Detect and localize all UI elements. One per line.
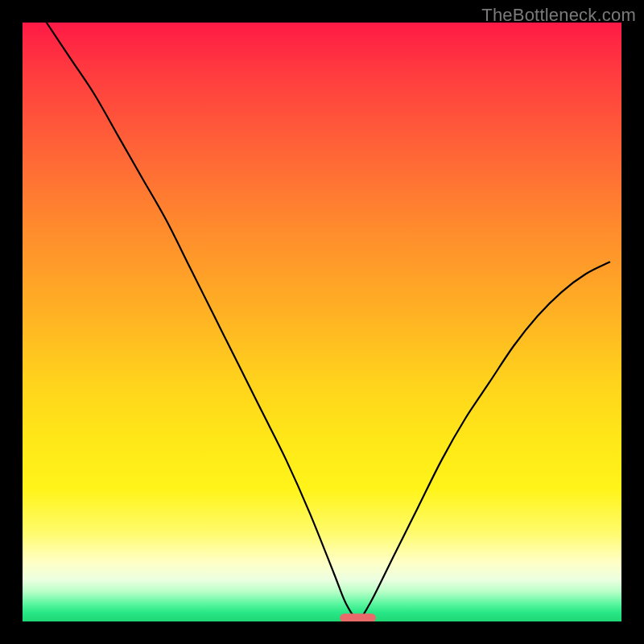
curve-line (47, 23, 609, 618)
curve-group (47, 23, 609, 621)
outer-frame: TheBottleneck.com (0, 0, 644, 644)
chart-svg (23, 23, 621, 621)
watermark-text: TheBottleneck.com (481, 5, 636, 26)
minimum-marker (340, 613, 376, 621)
plot-area (23, 23, 621, 621)
